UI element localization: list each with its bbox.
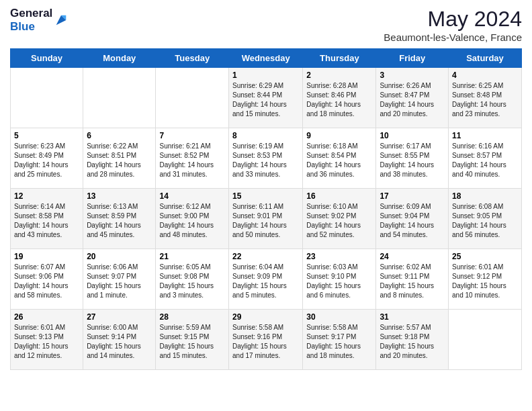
calendar-cell: 5Sunrise: 6:23 AM Sunset: 8:49 PM Daylig… xyxy=(11,128,83,189)
weekday-header-monday: Monday xyxy=(83,49,156,68)
day-info: Sunrise: 6:02 AM Sunset: 9:11 PM Dayligh… xyxy=(380,263,445,300)
day-info: Sunrise: 6:26 AM Sunset: 8:47 PM Dayligh… xyxy=(380,81,445,119)
day-info: Sunrise: 6:14 AM Sunset: 8:58 PM Dayligh… xyxy=(14,202,79,240)
page-header: General Blue May 2024 Beaumont-les-Valen… xyxy=(10,7,522,43)
day-info: Sunrise: 6:04 AM Sunset: 9:09 PM Dayligh… xyxy=(232,263,299,300)
calendar-cell xyxy=(11,68,83,128)
calendar-cell: 3Sunrise: 6:26 AM Sunset: 8:47 PM Daylig… xyxy=(376,68,449,128)
logo-general: General xyxy=(10,7,52,20)
calendar-cell: 21Sunrise: 6:05 AM Sunset: 9:08 PM Dayli… xyxy=(156,249,229,310)
day-info: Sunrise: 6:13 AM Sunset: 8:59 PM Dayligh… xyxy=(87,202,152,240)
calendar-week-row: 26Sunrise: 6:01 AM Sunset: 9:13 PM Dayli… xyxy=(11,310,522,370)
calendar-cell: 12Sunrise: 6:14 AM Sunset: 8:58 PM Dayli… xyxy=(11,189,83,249)
day-number: 27 xyxy=(87,312,152,322)
logo: General Blue xyxy=(10,7,69,33)
calendar-cell: 17Sunrise: 6:09 AM Sunset: 9:04 PM Dayli… xyxy=(376,189,449,249)
day-number: 30 xyxy=(306,312,372,322)
day-info: Sunrise: 6:11 AM Sunset: 9:01 PM Dayligh… xyxy=(232,202,299,240)
calendar-cell xyxy=(83,68,156,128)
day-number: 6 xyxy=(87,131,152,140)
day-number: 26 xyxy=(14,312,79,322)
day-info: Sunrise: 6:00 AM Sunset: 9:14 PM Dayligh… xyxy=(87,323,152,361)
calendar-cell: 15Sunrise: 6:11 AM Sunset: 9:01 PM Dayli… xyxy=(229,189,303,249)
day-number: 7 xyxy=(159,131,225,140)
calendar-cell: 7Sunrise: 6:21 AM Sunset: 8:52 PM Daylig… xyxy=(156,128,229,189)
day-number: 22 xyxy=(232,252,299,261)
logo-blue: Blue xyxy=(10,20,52,34)
day-number: 28 xyxy=(159,312,225,322)
logo-text: General Blue xyxy=(10,7,69,33)
day-number: 10 xyxy=(380,131,445,140)
calendar-cell: 4Sunrise: 6:25 AM Sunset: 8:48 PM Daylig… xyxy=(449,68,522,128)
day-number: 20 xyxy=(87,252,152,261)
day-info: Sunrise: 6:28 AM Sunset: 8:46 PM Dayligh… xyxy=(306,81,372,119)
calendar-cell: 28Sunrise: 5:59 AM Sunset: 9:15 PM Dayli… xyxy=(156,310,229,370)
day-number: 15 xyxy=(232,191,299,201)
day-info: Sunrise: 5:58 AM Sunset: 9:17 PM Dayligh… xyxy=(306,323,372,361)
day-number: 31 xyxy=(380,312,445,322)
calendar-cell: 11Sunrise: 6:16 AM Sunset: 8:57 PM Dayli… xyxy=(449,128,522,189)
day-number: 9 xyxy=(306,131,372,140)
calendar-cell: 29Sunrise: 5:58 AM Sunset: 9:16 PM Dayli… xyxy=(229,310,303,370)
day-info: Sunrise: 6:10 AM Sunset: 9:02 PM Dayligh… xyxy=(306,202,372,240)
day-info: Sunrise: 6:21 AM Sunset: 8:52 PM Dayligh… xyxy=(159,142,225,179)
day-info: Sunrise: 6:18 AM Sunset: 8:54 PM Dayligh… xyxy=(306,142,372,179)
calendar-cell: 6Sunrise: 6:22 AM Sunset: 8:51 PM Daylig… xyxy=(83,128,156,189)
weekday-header-friday: Friday xyxy=(376,49,449,68)
day-number: 25 xyxy=(452,252,518,261)
day-info: Sunrise: 6:12 AM Sunset: 9:00 PM Dayligh… xyxy=(159,202,225,240)
calendar-week-row: 12Sunrise: 6:14 AM Sunset: 8:58 PM Dayli… xyxy=(11,189,522,249)
day-info: Sunrise: 6:05 AM Sunset: 9:08 PM Dayligh… xyxy=(159,263,225,300)
day-number: 18 xyxy=(452,191,518,201)
day-number: 16 xyxy=(306,191,372,201)
weekday-header-saturday: Saturday xyxy=(449,49,522,68)
day-info: Sunrise: 6:01 AM Sunset: 9:12 PM Dayligh… xyxy=(452,263,518,300)
calendar-cell: 16Sunrise: 6:10 AM Sunset: 9:02 PM Dayli… xyxy=(303,189,376,249)
day-info: Sunrise: 5:59 AM Sunset: 9:15 PM Dayligh… xyxy=(159,323,225,361)
day-info: Sunrise: 6:17 AM Sunset: 8:55 PM Dayligh… xyxy=(380,142,445,179)
day-info: Sunrise: 5:57 AM Sunset: 9:18 PM Dayligh… xyxy=(380,323,445,361)
day-number: 5 xyxy=(14,131,79,140)
calendar-week-row: 19Sunrise: 6:07 AM Sunset: 9:06 PM Dayli… xyxy=(11,249,522,310)
calendar-cell: 25Sunrise: 6:01 AM Sunset: 9:12 PM Dayli… xyxy=(449,249,522,310)
calendar-week-row: 1Sunrise: 6:29 AM Sunset: 8:44 PM Daylig… xyxy=(11,68,522,128)
calendar-cell: 2Sunrise: 6:28 AM Sunset: 8:46 PM Daylig… xyxy=(303,68,376,128)
calendar-cell: 20Sunrise: 6:06 AM Sunset: 9:07 PM Dayli… xyxy=(83,249,156,310)
calendar-cell: 23Sunrise: 6:03 AM Sunset: 9:10 PM Dayli… xyxy=(303,249,376,310)
calendar-cell: 18Sunrise: 6:08 AM Sunset: 9:05 PM Dayli… xyxy=(449,189,522,249)
day-info: Sunrise: 6:07 AM Sunset: 9:06 PM Dayligh… xyxy=(14,263,79,300)
day-number: 4 xyxy=(452,71,518,80)
day-info: Sunrise: 6:08 AM Sunset: 9:05 PM Dayligh… xyxy=(452,202,518,240)
calendar-cell xyxy=(156,68,229,128)
calendar-cell: 30Sunrise: 5:58 AM Sunset: 9:17 PM Dayli… xyxy=(303,310,376,370)
day-number: 19 xyxy=(14,252,79,261)
day-number: 13 xyxy=(87,191,152,201)
calendar-cell: 13Sunrise: 6:13 AM Sunset: 8:59 PM Dayli… xyxy=(83,189,156,249)
day-number: 1 xyxy=(232,71,299,80)
day-number: 29 xyxy=(232,312,299,322)
day-number: 8 xyxy=(232,131,299,140)
day-number: 14 xyxy=(159,191,225,201)
calendar-week-row: 5Sunrise: 6:23 AM Sunset: 8:49 PM Daylig… xyxy=(11,128,522,189)
calendar-cell: 22Sunrise: 6:04 AM Sunset: 9:09 PM Dayli… xyxy=(229,249,303,310)
day-info: Sunrise: 6:06 AM Sunset: 9:07 PM Dayligh… xyxy=(87,263,152,300)
day-info: Sunrise: 6:03 AM Sunset: 9:10 PM Dayligh… xyxy=(306,263,372,300)
calendar-table: SundayMondayTuesdayWednesdayThursdayFrid… xyxy=(10,48,522,370)
day-number: 2 xyxy=(306,71,372,80)
day-number: 23 xyxy=(306,252,372,261)
location-subtitle: Beaumont-les-Valence, France xyxy=(384,32,522,43)
weekday-header-tuesday: Tuesday xyxy=(156,49,229,68)
logo-icon xyxy=(54,13,69,28)
day-number: 17 xyxy=(380,191,445,201)
day-info: Sunrise: 6:29 AM Sunset: 8:44 PM Dayligh… xyxy=(232,81,299,119)
day-info: Sunrise: 5:58 AM Sunset: 9:16 PM Dayligh… xyxy=(232,323,299,361)
calendar-cell: 24Sunrise: 6:02 AM Sunset: 9:11 PM Dayli… xyxy=(376,249,449,310)
day-info: Sunrise: 6:01 AM Sunset: 9:13 PM Dayligh… xyxy=(14,323,79,361)
day-info: Sunrise: 6:23 AM Sunset: 8:49 PM Dayligh… xyxy=(14,142,79,179)
day-number: 21 xyxy=(159,252,225,261)
calendar-cell: 8Sunrise: 6:19 AM Sunset: 8:53 PM Daylig… xyxy=(229,128,303,189)
calendar-cell: 10Sunrise: 6:17 AM Sunset: 8:55 PM Dayli… xyxy=(376,128,449,189)
day-info: Sunrise: 6:25 AM Sunset: 8:48 PM Dayligh… xyxy=(452,81,518,119)
day-info: Sunrise: 6:19 AM Sunset: 8:53 PM Dayligh… xyxy=(232,142,299,179)
weekday-header-sunday: Sunday xyxy=(11,49,83,68)
